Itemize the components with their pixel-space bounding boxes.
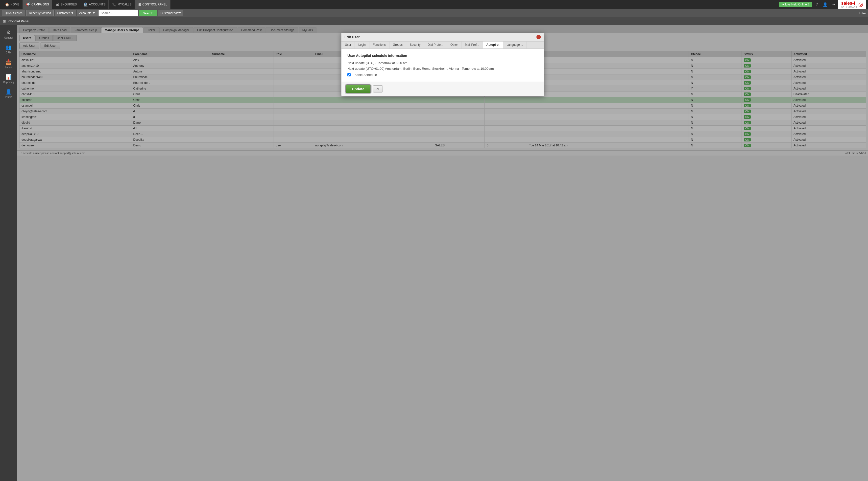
sidebar-label-reporting: Reporting — [3, 81, 14, 84]
campaigns-icon: 📢 — [26, 2, 30, 6]
import-icon: 📥 — [5, 59, 12, 65]
main-layout: ⚙ General 👥 CRM 📥 Import 📊 Reporting 👤 P… — [0, 25, 868, 481]
mycalls-icon: 📞 — [112, 2, 116, 6]
chevron-down-icon2: ▼ — [92, 11, 95, 15]
filter-label: Filter — [859, 11, 866, 15]
recently-viewed-button[interactable]: Recently Viewed — [26, 10, 54, 16]
modal-tab-login[interactable]: Login — [355, 41, 369, 49]
nav-accounts[interactable]: 🏦 ACCOUNTS — [81, 0, 108, 9]
nav-campaigns-label: CAMPAIGNS — [31, 3, 49, 6]
accounts-label: Accounts — [79, 11, 91, 15]
arrow-icon-btn[interactable]: → — [830, 0, 838, 8]
gear-icon: ⚙ — [6, 29, 11, 35]
modal-tab-user[interactable]: User — [341, 41, 355, 49]
enable-schedule-checkbox[interactable] — [347, 73, 351, 76]
nav-enquiries-label: ENQUIRIES — [60, 3, 77, 6]
logo-text: sales-i — [841, 1, 857, 6]
modal-close-button[interactable] — [536, 35, 541, 39]
grid-icon: ⊞ — [3, 19, 6, 23]
modal-tab-functions[interactable]: Functions — [369, 41, 390, 49]
modal-tab-mail-prefs[interactable]: Mail Pref... — [462, 41, 483, 49]
modal-tab-security[interactable]: Security — [406, 41, 424, 49]
modal-tab-groups[interactable]: Groups — [390, 41, 406, 49]
cancel-button[interactable]: el — [373, 85, 383, 93]
control-panel-icon: ⊞ — [138, 2, 141, 6]
customer-dropdown[interactable]: Customer ▼ — [55, 10, 76, 16]
modal-footer: Update el — [341, 82, 544, 96]
crm-icon: 👥 — [5, 44, 12, 50]
modal-tab-language[interactable]: Language ... — [503, 41, 527, 49]
accounts-dropdown[interactable]: Accounts ▼ — [77, 10, 97, 16]
sidebar-item-reporting[interactable]: 📊 Reporting — [1, 72, 17, 86]
nav-enquiries[interactable]: 🏛 ENQUIRIES — [53, 0, 80, 9]
live-help-label: Live Help Online — [785, 3, 807, 6]
logo-sub: SELL SMART — [841, 6, 857, 8]
search-bar: Quick Search Recently Viewed Customer ▼ … — [0, 9, 868, 17]
sidebar-label-general: General — [4, 36, 13, 39]
nav-control-panel-label: CONTROL PANEL — [143, 3, 167, 6]
customer-view-button[interactable]: Customer View — [158, 10, 183, 16]
enquiries-icon: 🏛 — [56, 2, 59, 6]
live-help-button[interactable]: ● Live Help Online ? — [779, 2, 812, 7]
modal-overlay: Edit User User Login Functions Groups Se… — [17, 25, 868, 481]
modal-section-title: User Autopilot schedule information — [347, 54, 538, 58]
update-button[interactable]: Update — [345, 84, 371, 94]
modal-info-line-1: Next update (UTC) - Tomorrow at 8:00 am — [347, 61, 538, 65]
customer-label: Customer — [57, 11, 70, 15]
sidebar-label-profile: Profile — [5, 96, 12, 98]
nav-home-label: HOME — [10, 3, 19, 6]
live-help-question-icon: ? — [808, 3, 810, 6]
home-icon: 🏠 — [5, 2, 9, 6]
nav-mycalls-label: MYCALLS — [118, 3, 131, 6]
modal-tab-other[interactable]: Other — [447, 41, 462, 49]
sidebar-item-crm[interactable]: 👥 CRM — [1, 42, 17, 56]
nav-mycalls[interactable]: 📞 MYCALLS — [109, 0, 134, 9]
top-nav: 🏠 HOME 📢 CAMPAIGNS 🏛 ENQUIRIES 🏦 ACCOUNT… — [0, 0, 868, 9]
reporting-icon: 📊 — [5, 74, 12, 80]
search-input[interactable] — [98, 10, 138, 16]
sidebar: ⚙ General 👥 CRM 📥 Import 📊 Reporting 👤 P… — [0, 25, 17, 481]
modal-tabs: User Login Functions Groups Security Dia… — [341, 41, 544, 49]
logo-area: sales-i SELL SMART ◎ — [838, 0, 866, 9]
search-go-button[interactable]: Search — [139, 10, 157, 16]
sidebar-item-general[interactable]: ⚙ General — [1, 27, 17, 41]
content-area: Company Profile Data Load Parameter Setu… — [17, 25, 868, 481]
sidebar-label-import: Import — [5, 66, 12, 69]
edit-user-modal: Edit User User Login Functions Groups Se… — [341, 33, 544, 96]
modal-tab-autopilot[interactable]: Autopilot — [483, 41, 503, 49]
modal-tab-dial-prefs[interactable]: Dial Prefe... — [424, 41, 447, 49]
sidebar-label-crm: CRM — [6, 51, 11, 54]
enable-schedule-label: Enable Schedule — [352, 73, 377, 77]
accounts-icon: 🏦 — [83, 2, 88, 6]
user-icon-btn[interactable]: 👤 — [821, 0, 829, 8]
nav-home[interactable]: 🏠 HOME — [2, 0, 23, 9]
cp-title: Control Panel — [8, 19, 29, 23]
sidebar-item-profile[interactable]: 👤 Profile — [1, 87, 17, 100]
modal-header: Edit User — [341, 33, 544, 41]
cp-header: ⊞ Control Panel — [0, 17, 868, 25]
logo-icon: ◎ — [858, 1, 863, 8]
help-icon-btn[interactable]: ? — [813, 0, 821, 8]
sidebar-item-import[interactable]: 📥 Import — [1, 57, 17, 71]
modal-info-line-2: Next update (UTC+01:00) Amsterdam, Berli… — [347, 67, 538, 70]
chevron-down-icon: ▼ — [71, 11, 74, 15]
nav-control-panel[interactable]: ⊞ CONTROL PANEL — [135, 0, 170, 9]
nav-campaigns[interactable]: 📢 CAMPAIGNS — [23, 0, 52, 9]
profile-icon: 👤 — [5, 89, 12, 95]
modal-body: User Autopilot schedule information Next… — [341, 49, 544, 82]
modal-checkbox-row: Enable Schedule — [347, 73, 538, 77]
modal-title: Edit User — [344, 35, 360, 39]
quick-search-button[interactable]: Quick Search — [2, 10, 25, 16]
nav-accounts-label: ACCOUNTS — [89, 3, 105, 6]
live-help-icon: ● — [782, 3, 784, 6]
